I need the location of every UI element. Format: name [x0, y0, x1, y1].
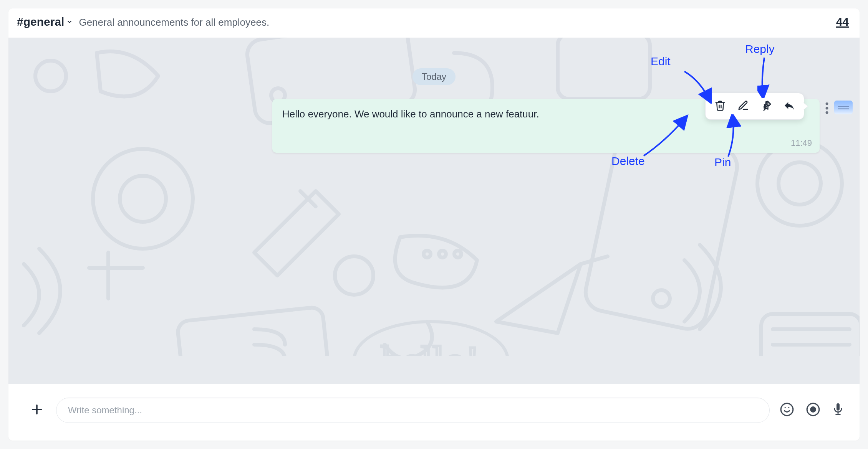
- message-bubble[interactable]: Hello everyone. We would like to announc…: [272, 99, 820, 153]
- edit-icon: [737, 100, 749, 113]
- channel-header: #general General announcements for all e…: [8, 8, 860, 38]
- annotation-reply: Reply: [745, 43, 775, 56]
- date-pill: Today: [412, 68, 456, 85]
- emoji-icon: [780, 402, 794, 418]
- svg-point-23: [781, 403, 793, 416]
- attach-button[interactable]: [28, 401, 46, 419]
- date-separator: Today: [8, 68, 860, 85]
- edit-button[interactable]: [732, 96, 754, 117]
- plus-icon: [30, 403, 43, 418]
- more-vertical-icon: [825, 102, 829, 116]
- record-button[interactable]: [806, 402, 820, 418]
- avatar[interactable]: [834, 101, 853, 114]
- annotation-edit: Edit: [651, 55, 671, 68]
- compose-input-wrap[interactable]: [56, 398, 770, 423]
- annotation-delete: Delete: [611, 155, 645, 168]
- reply-button[interactable]: [779, 96, 800, 117]
- trash-icon: [714, 100, 726, 113]
- message-actions-toolbar: [705, 93, 804, 120]
- reply-icon: [783, 99, 795, 113]
- annotation-pin: Pin: [714, 156, 731, 169]
- message-time: 11:49: [791, 138, 812, 148]
- channel-name[interactable]: #general: [17, 15, 73, 28]
- svg-point-27: [811, 407, 816, 412]
- mic-icon: [832, 402, 844, 418]
- mic-button[interactable]: [832, 402, 844, 418]
- pin-button[interactable]: [755, 96, 777, 117]
- svg-point-18: [826, 102, 828, 105]
- compose-input[interactable]: [68, 405, 758, 416]
- delete-button[interactable]: [709, 96, 731, 117]
- record-icon: [806, 402, 820, 418]
- chat-body: hello! Today Hello everyone. We would li…: [8, 38, 860, 384]
- pin-icon: [760, 100, 772, 113]
- chat-panel: #general General announcements for all e…: [8, 8, 860, 441]
- svg-rect-28: [837, 403, 840, 411]
- message-more-button[interactable]: [825, 99, 829, 118]
- svg-point-20: [826, 111, 828, 114]
- member-count[interactable]: 44: [836, 15, 849, 28]
- message-row: Hello everyone. We would like to announc…: [8, 99, 860, 153]
- channel-description: General announcements for all employees.: [79, 17, 269, 28]
- channel-name-text: #general: [17, 15, 64, 28]
- emoji-button[interactable]: [780, 402, 794, 418]
- svg-point-19: [826, 107, 828, 110]
- chevron-down-icon[interactable]: [66, 19, 73, 25]
- composer: [8, 384, 860, 441]
